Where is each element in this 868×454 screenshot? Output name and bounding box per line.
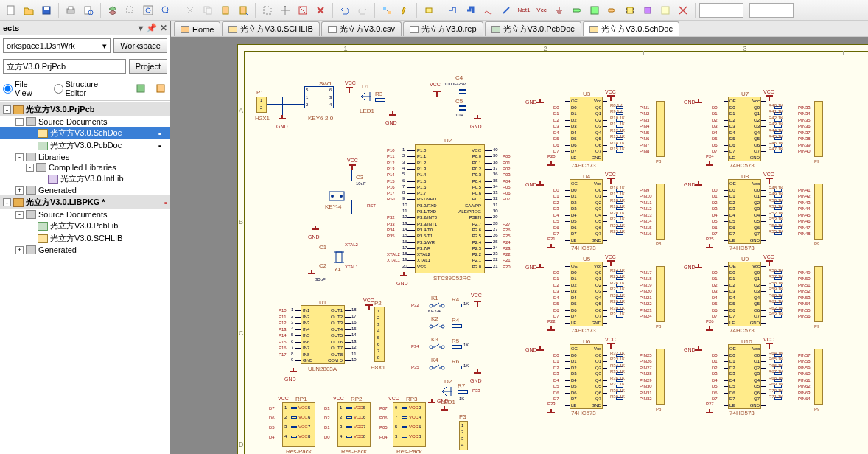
svg-rect-15 xyxy=(264,7,271,14)
svg-rect-17 xyxy=(383,7,386,10)
tb-move[interactable] xyxy=(277,2,293,18)
comp-header-U3 xyxy=(656,101,665,157)
tb-zoom-area[interactable] xyxy=(122,2,139,18)
tree-item[interactable]: +Generated xyxy=(0,185,170,195)
svg-rect-18 xyxy=(388,11,391,14)
tab-光立方V3.0.rep[interactable]: 光立方V3.0.rep xyxy=(403,21,483,36)
tb-netlabel-icon[interactable]: Net1 xyxy=(516,2,532,18)
tb-busentry-icon[interactable] xyxy=(498,2,514,18)
tb-cut[interactable] xyxy=(182,2,198,18)
tb-vcc-icon[interactable]: Vcc xyxy=(533,2,550,18)
tab-Home[interactable]: Home xyxy=(174,21,220,36)
tb-port-icon[interactable] xyxy=(569,2,585,18)
svg-point-32 xyxy=(430,325,433,328)
tb-print[interactable] xyxy=(63,2,79,18)
comp-header-U5 xyxy=(656,266,665,322)
tb-signal-icon[interactable] xyxy=(480,2,497,18)
svg-rect-12 xyxy=(206,8,211,14)
svg-rect-4 xyxy=(69,7,73,10)
svg-rect-21 xyxy=(627,7,633,13)
svg-rect-8 xyxy=(144,6,153,15)
tb-paste[interactable] xyxy=(217,2,234,18)
tb-bus-icon[interactable] xyxy=(463,2,479,18)
projects-panel: ects ▾ 📌 ✕ orkspace1.DsnWrk▾ Workspace 立… xyxy=(0,21,171,454)
svg-rect-0 xyxy=(7,6,14,15)
tb-device-icon[interactable] xyxy=(622,2,638,18)
svg-point-27 xyxy=(331,195,334,198)
tb-highlight-icon[interactable] xyxy=(396,2,413,18)
tb-undo[interactable] xyxy=(337,2,353,18)
tree-item[interactable]: 光立方V3.0.SCHLIB xyxy=(0,232,170,245)
tree-item[interactable]: -Compiled Libraries xyxy=(0,162,170,172)
svg-rect-25 xyxy=(157,85,164,92)
tb-gnd-icon[interactable] xyxy=(551,2,567,18)
tb-combo1[interactable] xyxy=(699,3,743,18)
tree-item[interactable]: 光立方V3.0.PcbDoc▪ xyxy=(0,139,170,152)
tab-光立方V3.0.SchDoc[interactable]: 光立方V3.0.SchDoc xyxy=(583,21,679,36)
tree-item[interactable]: -Source Documents xyxy=(0,116,170,127)
pin-icon[interactable]: 📌 xyxy=(146,23,157,33)
svg-point-33 xyxy=(441,325,444,328)
tb-zoom-fit[interactable] xyxy=(140,2,156,18)
svg-point-28 xyxy=(340,195,343,198)
tb-preview[interactable] xyxy=(80,2,97,18)
tb-crossprobe[interactable] xyxy=(379,2,395,18)
svg-point-10 xyxy=(162,7,168,13)
panel-title: ects xyxy=(3,24,19,32)
main-toolbar: Net1 Vcc xyxy=(0,0,868,21)
svg-rect-20 xyxy=(591,7,598,14)
svg-point-31 xyxy=(441,304,444,307)
tree-opt2-icon[interactable] xyxy=(155,82,168,95)
file-view-radio[interactable]: File View xyxy=(3,80,46,97)
close-icon[interactable]: ✕ xyxy=(160,23,167,33)
schematic-canvas[interactable]: 1234ABCD P1 12 H2X1SW1 56 13 24 KEY6-2.0… xyxy=(171,37,868,454)
tb-save[interactable] xyxy=(38,2,55,18)
tb-select-rect[interactable] xyxy=(259,2,276,18)
svg-rect-24 xyxy=(137,85,144,92)
tree-item[interactable]: 光立方V3.0.PcbLib xyxy=(0,220,170,232)
tb-wire-icon[interactable] xyxy=(445,2,461,18)
workspace-button[interactable]: Workspace xyxy=(113,38,167,53)
tb-harness-icon[interactable] xyxy=(640,2,656,18)
tree-item[interactable]: 光立方V3.0.SchDoc▪ xyxy=(0,127,170,139)
tab-光立方V3.0.csv[interactable]: 光立方V3.0.csv xyxy=(321,21,402,36)
tb-paste-special[interactable] xyxy=(235,2,251,18)
project-header[interactable]: -光立方V3.0.PrjPcb xyxy=(0,102,170,116)
tree-item[interactable]: -Libraries xyxy=(0,152,170,162)
tree-item[interactable]: +Generated xyxy=(0,245,170,255)
svg-rect-22 xyxy=(645,7,651,13)
tree-opt1-icon[interactable] xyxy=(134,82,147,95)
svg-point-36 xyxy=(430,366,433,369)
project-button[interactable]: Project xyxy=(129,59,167,74)
tb-redo[interactable] xyxy=(354,2,371,18)
svg-point-35 xyxy=(441,346,444,349)
tb-copy[interactable] xyxy=(200,2,216,18)
tb-layers-icon[interactable] xyxy=(105,2,121,18)
svg-rect-7 xyxy=(127,7,133,13)
tb-sheet-icon[interactable] xyxy=(587,2,603,18)
tb-cross-icon[interactable] xyxy=(675,2,691,18)
dropdown-icon[interactable]: ▾ xyxy=(139,23,143,33)
workspace-combo[interactable]: orkspace1.DsnWrk▾ xyxy=(3,38,111,53)
tb-new[interactable] xyxy=(3,2,19,18)
tb-zoom-sel[interactable] xyxy=(158,2,174,18)
project-combo[interactable]: 立方V3.0.PrjPcb xyxy=(3,59,126,74)
comp-header-U4 xyxy=(656,184,665,240)
tb-open[interactable] xyxy=(21,2,37,18)
tab-光立方V3.0.PcbDoc[interactable]: 光立方V3.0.PcbDoc xyxy=(485,21,581,36)
project-header[interactable]: -光立方V3.0.LIBPKG *▪ xyxy=(0,195,170,209)
tree-item[interactable]: -Source Documents xyxy=(0,209,170,220)
tb-place-part[interactable] xyxy=(421,2,437,18)
structure-editor-radio[interactable]: Structure Editor xyxy=(54,80,120,97)
tb-deselect[interactable] xyxy=(295,2,311,18)
tb-sheetentry-icon[interactable] xyxy=(604,2,620,18)
panel-header: ects ▾ 📌 ✕ xyxy=(0,21,170,35)
tb-clear[interactable] xyxy=(312,2,329,18)
svg-rect-19 xyxy=(426,8,432,13)
svg-point-34 xyxy=(430,346,433,349)
tb-combo2[interactable] xyxy=(749,3,794,18)
comp-header-U9 xyxy=(814,266,823,322)
tree-item[interactable]: 光立方V3.0.IntLib xyxy=(0,172,170,185)
tab-光立方V3.0.SCHLIB[interactable]: 光立方V3.0.SCHLIB xyxy=(222,21,319,36)
tb-note-icon[interactable] xyxy=(657,2,673,18)
